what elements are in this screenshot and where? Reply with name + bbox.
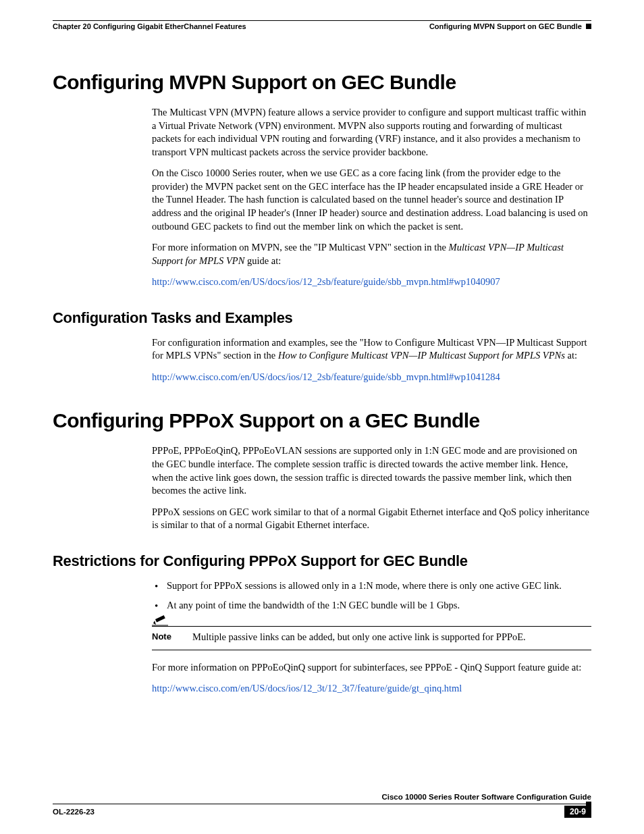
- h2-config-tasks: Configuration Tasks and Examples: [53, 309, 591, 327]
- link-para: http://www.cisco.com/en/US/docs/ios/12_3…: [152, 682, 591, 696]
- link-para: http://www.cisco.com/en/US/docs/ios/12_2…: [152, 276, 591, 289]
- para: The Multicast VPN (MVPN) feature allows …: [152, 106, 591, 159]
- para: PPPoE, PPPoEoQinQ, PPPoEoVLAN sessions a…: [152, 444, 591, 497]
- section2sub-body: Support for PPPoX sessions is allowed on…: [152, 579, 591, 696]
- note-text: Multiple passive links can be added, but…: [192, 631, 526, 644]
- section2-body: PPPoE, PPPoEoQinQ, PPPoEoVLAN sessions a…: [152, 444, 591, 531]
- footer-page-number: 20-9: [564, 806, 591, 818]
- chapter-title: Chapter 20 Configuring Gigabit EtherChan…: [53, 22, 246, 30]
- h2-restrictions: Restrictions for Configuring PPPoX Suppo…: [53, 552, 591, 570]
- page: Chapter 20 Configuring Gigabit EtherChan…: [0, 0, 644, 834]
- para: For more information on PPPoEoQinQ suppo…: [152, 661, 591, 675]
- link-qinq[interactable]: http://www.cisco.com/en/US/docs/ios/12_3…: [152, 683, 462, 694]
- para: For configuration information and exampl…: [152, 336, 591, 363]
- footer-rule: [53, 804, 591, 804]
- para: PPPoX sessions on GEC work similar to th…: [152, 506, 591, 532]
- header-square-icon: [586, 24, 591, 29]
- section-title-header: Configuring MVPN Support on GEC Bundle: [429, 22, 582, 30]
- main-content: Configuring MVPN Support on GEC Bundle T…: [53, 30, 591, 696]
- link-mvpn-2[interactable]: http://www.cisco.com/en/US/docs/ios/12_2…: [152, 371, 500, 382]
- h1-pppox: Configuring PPPoX Support on a GEC Bundl…: [53, 409, 591, 432]
- h1-mvpn: Configuring MVPN Support on GEC Bundle: [53, 71, 591, 94]
- para: On the Cisco 10000 Series router, when w…: [152, 167, 591, 233]
- link-para: http://www.cisco.com/en/US/docs/ios/12_2…: [152, 371, 591, 384]
- pencil-icon: [152, 614, 169, 626]
- list-item: Support for PPPoX sessions is allowed on…: [152, 579, 591, 593]
- link-mvpn-1[interactable]: http://www.cisco.com/en/US/docs/ios/12_2…: [152, 276, 500, 287]
- note-block: Note Multiple passive links can be added…: [152, 626, 591, 650]
- header-rule: [53, 20, 591, 21]
- running-header: Chapter 20 Configuring Gigabit EtherChan…: [53, 22, 591, 30]
- page-footer: Cisco 10000 Series Router Software Confi…: [53, 805, 591, 818]
- restrictions-list: Support for PPPoX sessions is allowed on…: [152, 579, 591, 613]
- footer-guide-title: Cisco 10000 Series Router Software Confi…: [53, 793, 591, 801]
- footer-doc-id: OL-2226-23: [53, 808, 95, 816]
- section1sub-body: For configuration information and exampl…: [152, 336, 591, 384]
- svg-marker-0: [153, 621, 156, 625]
- section1-body: The Multicast VPN (MVPN) feature allows …: [152, 106, 591, 289]
- note-label: Note: [152, 631, 171, 643]
- para: For more information on MVPN, see the "I…: [152, 241, 591, 267]
- svg-rect-1: [155, 615, 165, 622]
- list-item: At any point of time the bandwidth of th…: [152, 599, 591, 613]
